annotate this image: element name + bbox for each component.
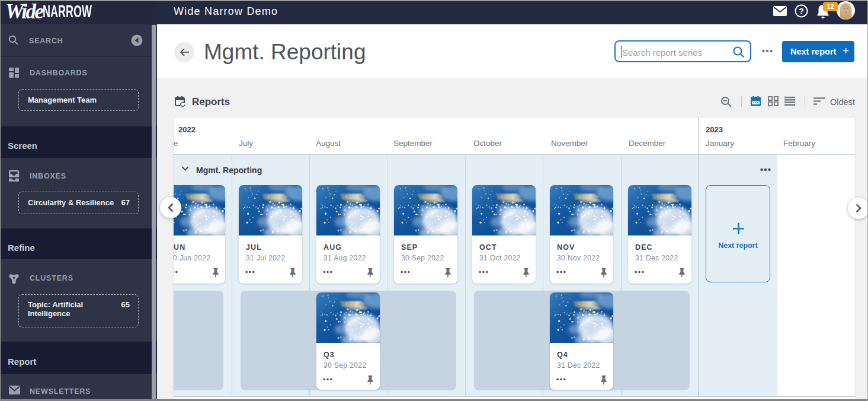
svg-text:?: ? (799, 7, 804, 16)
